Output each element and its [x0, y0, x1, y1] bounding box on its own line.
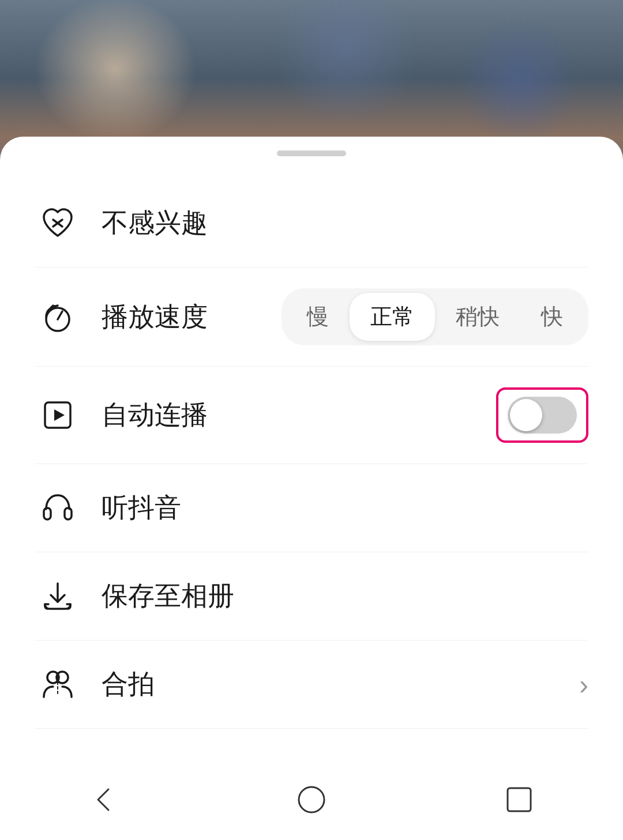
download-icon [35, 573, 81, 619]
headphones-icon [35, 485, 81, 531]
menu-item-auto-play: 自动连播 [35, 367, 588, 464]
collab-label: 合拍 [102, 666, 579, 702]
autoplay-icon [35, 392, 81, 438]
nav-bar [0, 759, 623, 840]
auto-play-toggle[interactable] [508, 397, 577, 434]
svg-rect-7 [65, 508, 72, 519]
svg-marker-4 [54, 409, 65, 421]
speed-slightly-fast[interactable]: 稍快 [435, 293, 520, 341]
toggle-thumb [510, 399, 542, 431]
svg-rect-6 [44, 508, 51, 519]
nav-home-button[interactable] [277, 777, 346, 823]
menu-list: 不感兴趣 播放速度 慢 正常 稍快 快 [0, 179, 623, 840]
not-interested-label: 不感兴趣 [102, 205, 588, 241]
nav-back-button[interactable] [69, 777, 138, 823]
svg-point-15 [299, 787, 324, 812]
menu-item-playback-speed: 播放速度 慢 正常 稍快 快 [35, 268, 588, 367]
speed-icon [35, 294, 81, 340]
svg-rect-16 [508, 788, 531, 811]
drag-handle[interactable] [277, 150, 346, 156]
collab-icon [35, 661, 81, 707]
heart-broken-icon [35, 200, 81, 246]
auto-play-label: 自动连播 [102, 397, 496, 433]
speed-slow[interactable]: 慢 [286, 293, 350, 341]
collab-chevron-icon: › [579, 669, 588, 700]
menu-item-save-album[interactable]: 保存至相册 [35, 552, 588, 641]
speed-selector: 慢 正常 稍快 快 [282, 288, 588, 345]
nav-recents-button[interactable] [485, 777, 554, 823]
menu-item-collab[interactable]: 合拍 › [35, 641, 588, 729]
auto-play-toggle-wrapper [496, 387, 588, 443]
speed-normal[interactable]: 正常 [350, 293, 435, 341]
playback-speed-label: 播放速度 [102, 299, 282, 335]
bottom-sheet: 不感兴趣 播放速度 慢 正常 稍快 快 [0, 137, 623, 840]
menu-item-listen-douyin[interactable]: 听抖音 [35, 464, 588, 552]
listen-douyin-label: 听抖音 [102, 490, 588, 526]
save-album-label: 保存至相册 [102, 578, 588, 614]
speed-fast[interactable]: 快 [520, 293, 584, 341]
menu-item-not-interested[interactable]: 不感兴趣 [35, 179, 588, 268]
